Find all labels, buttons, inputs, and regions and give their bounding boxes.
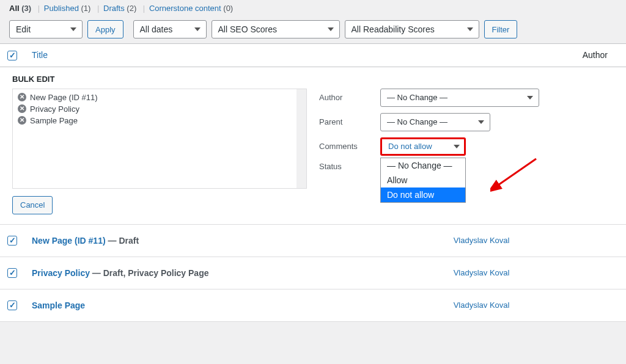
- date-filter-select[interactable]: All dates: [133, 20, 207, 38]
- author-field-label: Author: [319, 93, 380, 102]
- parent-select[interactable]: — No Change —: [380, 113, 490, 131]
- author-column-header: Author: [446, 44, 626, 67]
- bulk-items-list: ✕New Page (ID #11) ✕Privacy Policy ✕Samp…: [12, 89, 307, 189]
- author-link[interactable]: Vladyslav Koval: [454, 236, 510, 245]
- scrollbar[interactable]: [296, 89, 306, 188]
- filter-button[interactable]: Filter: [484, 20, 518, 38]
- page-title-link[interactable]: Sample Page: [32, 300, 85, 310]
- table-row: Privacy Policy — Draft, Privacy Policy P…: [0, 257, 626, 289]
- select-all-header: [0, 44, 24, 67]
- pages-table: Title Author BULK EDIT ✕New Page (ID #11…: [0, 43, 626, 322]
- select-all-checkbox[interactable]: [7, 51, 17, 60]
- filter-links: All (3) | Published (1) | Drafts (2) | C…: [0, 0, 626, 18]
- remove-icon[interactable]: ✕: [18, 93, 26, 101]
- filter-all[interactable]: All (3): [9, 4, 31, 13]
- bulk-item-label: Privacy Policy: [30, 104, 79, 114]
- remove-icon[interactable]: ✕: [18, 116, 26, 125]
- bulk-item: ✕Privacy Policy: [13, 103, 306, 115]
- cancel-button[interactable]: Cancel: [12, 196, 53, 214]
- table-row: Sample Page Vladyslav Koval: [0, 289, 626, 321]
- bulk-action-select[interactable]: Edit: [9, 20, 83, 38]
- author-select[interactable]: — No Change —: [380, 89, 539, 107]
- bulk-item: ✕Sample Page: [13, 115, 306, 126]
- row-checkbox[interactable]: [7, 236, 17, 246]
- filter-cornerstone[interactable]: Cornerstone content (0): [149, 4, 233, 13]
- comments-field-label: Comments: [319, 142, 380, 151]
- author-link[interactable]: Vladyslav Koval: [454, 300, 510, 310]
- status-field-label: Status: [319, 162, 380, 171]
- dropdown-option-allow[interactable]: Allow: [381, 173, 465, 187]
- annotation-arrow: [490, 156, 539, 192]
- filter-drafts[interactable]: Drafts (2): [103, 4, 136, 13]
- bulk-edit-row: BULK EDIT ✕New Page (ID #11) ✕Privacy Po…: [0, 67, 626, 224]
- page-state: — Draft, Privacy Policy Page: [90, 268, 209, 278]
- remove-icon[interactable]: ✕: [18, 104, 26, 113]
- bulk-item-label: New Page (ID #11): [30, 93, 98, 102]
- title-column-header[interactable]: Title: [24, 44, 446, 67]
- bulk-item: ✕New Page (ID #11): [13, 92, 306, 103]
- row-checkbox[interactable]: [7, 300, 17, 310]
- dropdown-option-no-change[interactable]: — No Change —: [381, 158, 465, 173]
- seo-filter-select[interactable]: All SEO Scores: [212, 20, 340, 38]
- row-checkbox[interactable]: [7, 268, 17, 278]
- page-title-link[interactable]: Privacy Policy: [32, 268, 90, 278]
- filter-published[interactable]: Published (1): [44, 4, 91, 13]
- author-link[interactable]: Vladyslav Koval: [454, 268, 510, 277]
- comments-dropdown: — No Change — Allow Do not allow: [380, 158, 466, 203]
- apply-button[interactable]: Apply: [87, 20, 123, 38]
- bulk-edit-heading: BULK EDIT: [12, 75, 614, 84]
- readability-filter-select[interactable]: All Readability Scores: [345, 20, 479, 38]
- dropdown-option-do-not-allow[interactable]: Do not allow: [381, 187, 465, 202]
- bulk-item-label: Sample Page: [30, 116, 78, 125]
- page-state: — Draft: [106, 236, 139, 246]
- comments-select[interactable]: Do not allow: [380, 137, 466, 156]
- tablenav-top: Edit Apply All dates All SEO Scores All …: [0, 18, 626, 43]
- page-title-link[interactable]: New Page (ID #11): [32, 236, 106, 246]
- table-row: New Page (ID #11) — Draft Vladyslav Kova…: [0, 224, 626, 257]
- parent-field-label: Parent: [319, 117, 380, 126]
